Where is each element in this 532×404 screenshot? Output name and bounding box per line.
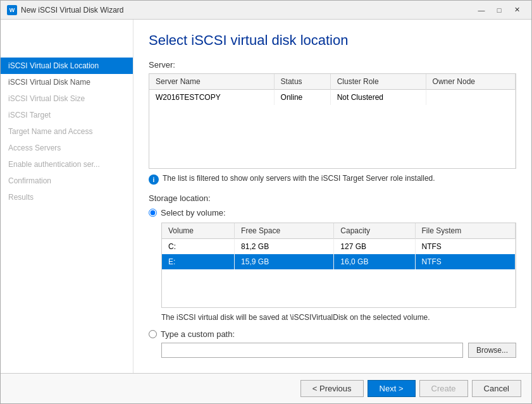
server-cluster-role-cell: Not Clustered [330, 90, 426, 106]
sidebar-item-enable-authentication: Enable authentication ser... [1, 156, 133, 173]
server-section-label: Server: [149, 60, 516, 70]
vol-capacity-0: 127 GB [334, 239, 415, 255]
select-by-volume-label[interactable]: Select by volume: [161, 208, 226, 217]
vol-fs-1: NTFS [415, 254, 515, 269]
sidebar-item-iscsi-virtual-disk-location[interactable]: iSCSI Virtual Disk Location [1, 58, 133, 74]
custom-path-radio[interactable] [149, 330, 157, 338]
custom-path-row: Type a custom path: [149, 329, 516, 339]
sidebar-item-results: Results [1, 189, 133, 205]
vol-free-0: 81,2 GB [235, 239, 334, 255]
vol-col-file-system: File System [415, 223, 515, 239]
select-by-volume-row: Select by volume: [149, 208, 516, 217]
custom-path-input-row: Browse... [161, 343, 516, 358]
sidebar-item-confirmation: Confirmation [1, 173, 133, 189]
col-server-name: Server Name [149, 74, 274, 90]
page-title: Select iSCSI virtual disk location [149, 32, 516, 49]
content-area: iSCSI Virtual Disk Location iSCSI Virtua… [1, 20, 531, 373]
vol-free-1: 15,9 GB [235, 254, 334, 269]
cancel-button[interactable]: Cancel [472, 380, 521, 397]
info-message: i The list is filtered to show only serv… [149, 174, 516, 185]
previous-button[interactable]: < Previous [300, 380, 364, 397]
vol-fs-0: NTFS [415, 239, 515, 255]
info-icon: i [149, 174, 159, 185]
close-button[interactable]: ✕ [509, 4, 525, 16]
sidebar-item-iscsi-virtual-disk-size: iSCSI Virtual Disk Size [1, 90, 133, 107]
server-table-container: Server Name Status Cluster Role Owner No… [149, 73, 516, 169]
custom-path-input[interactable] [161, 343, 463, 358]
col-cluster-role: Cluster Role [330, 74, 426, 90]
storage-location-label: Storage location: [149, 193, 516, 203]
server-empty-row [149, 105, 516, 168]
col-owner-node: Owner Node [426, 74, 515, 90]
vol-col-capacity: Capacity [334, 223, 415, 239]
vol-col-volume: Volume [162, 223, 235, 239]
sidebar-item-access-servers: Access Servers [1, 140, 133, 156]
volume-table-container: Volume Free Space Capacity File System C… [161, 223, 516, 308]
vol-name-0: C: [162, 239, 235, 255]
title-bar: W New iSCSI Virtual Disk Wizard — □ ✕ [1, 1, 531, 20]
footer: < Previous Next > Create Cancel [1, 373, 531, 403]
create-button: Create [419, 380, 468, 397]
vol-empty-row [162, 269, 516, 307]
minimize-button[interactable]: — [473, 4, 490, 16]
main-content: Select iSCSI virtual disk location Serve… [133, 20, 531, 373]
save-info: The iSCSI virtual disk will be saved at … [161, 313, 516, 322]
title-bar-left: W New iSCSI Virtual Disk Wizard [7, 5, 123, 15]
volume-row-0[interactable]: C: 81,2 GB 127 GB NTFS [162, 239, 516, 255]
server-status-cell: Online [274, 90, 330, 106]
sidebar: iSCSI Virtual Disk Location iSCSI Virtua… [1, 20, 133, 373]
server-name-cell: W2016TESTCOPY [149, 90, 274, 106]
sidebar-item-target-name-and-access: Target Name and Access [1, 123, 133, 140]
server-table: Server Name Status Cluster Role Owner No… [149, 74, 516, 168]
vol-name-1: E: [162, 254, 235, 269]
volume-table: Volume Free Space Capacity File System C… [162, 223, 516, 307]
vol-capacity-1: 16,0 GB [334, 254, 415, 269]
app-icon: W [7, 5, 17, 15]
server-row-0[interactable]: W2016TESTCOPY Online Not Clustered [149, 90, 516, 106]
title-bar-controls: — □ ✕ [473, 4, 525, 16]
title-bar-title: New iSCSI Virtual Disk Wizard [21, 6, 123, 15]
browse-button[interactable]: Browse... [468, 343, 516, 358]
select-by-volume-radio[interactable] [149, 209, 157, 217]
col-status: Status [274, 74, 330, 90]
custom-path-label[interactable]: Type a custom path: [161, 329, 235, 339]
maximize-button[interactable]: □ [491, 4, 507, 16]
sidebar-item-iscsi-target: iSCSI Target [1, 107, 133, 123]
vol-col-free-space: Free Space [235, 223, 334, 239]
volume-row-1[interactable]: E: 15,9 GB 16,0 GB NTFS [162, 254, 516, 269]
server-owner-node-cell [426, 90, 515, 106]
sidebar-item-iscsi-virtual-disk-name[interactable]: iSCSI Virtual Disk Name [1, 74, 133, 90]
wizard-window: W New iSCSI Virtual Disk Wizard — □ ✕ iS… [0, 0, 532, 404]
next-button[interactable]: Next > [368, 380, 416, 397]
